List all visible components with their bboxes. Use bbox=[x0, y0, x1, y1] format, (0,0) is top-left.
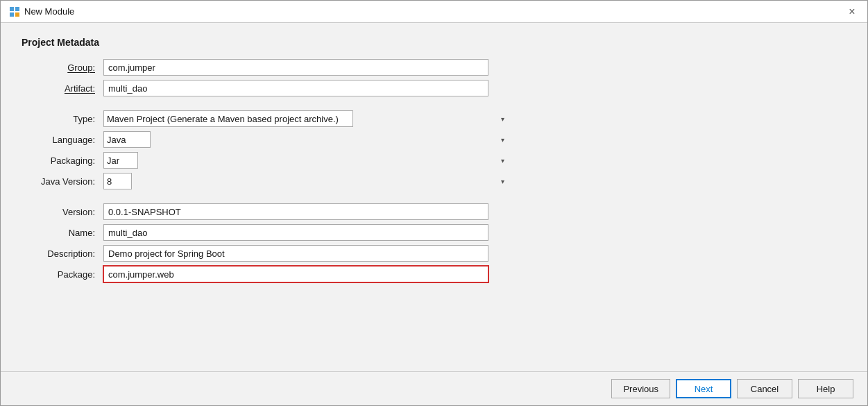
dialog-footer: Previous Next Cancel Help bbox=[1, 371, 867, 405]
help-button[interactable]: Help bbox=[798, 379, 853, 398]
spacer-2 bbox=[22, 194, 98, 199]
svg-rect-0 bbox=[10, 7, 14, 11]
title-bar-left: New Module bbox=[9, 6, 74, 17]
new-module-dialog: New Module × Project Metadata Group: Art… bbox=[0, 0, 868, 406]
type-select[interactable]: Maven Project (Generate a Maven based pr… bbox=[103, 110, 353, 127]
next-button[interactable]: Next bbox=[676, 379, 731, 398]
package-input[interactable] bbox=[103, 266, 488, 282]
svg-rect-1 bbox=[15, 7, 19, 11]
spacer-1 bbox=[22, 101, 98, 106]
svg-rect-3 bbox=[15, 12, 19, 17]
description-label: Description: bbox=[22, 248, 98, 259]
dialog-title: New Module bbox=[24, 6, 74, 17]
form-table: Group: Artifact: Type: Maven Project (Ge… bbox=[22, 59, 507, 282]
description-input[interactable] bbox=[103, 245, 488, 262]
language-select[interactable]: Java Kotlin Groovy bbox=[103, 131, 151, 148]
svg-rect-2 bbox=[10, 12, 14, 17]
module-icon bbox=[9, 6, 20, 17]
packaging-select-wrapper: Jar War bbox=[103, 152, 507, 169]
previous-button[interactable]: Previous bbox=[611, 379, 670, 398]
language-label: Language: bbox=[22, 135, 98, 145]
name-input[interactable] bbox=[103, 224, 488, 241]
package-label: Package: bbox=[22, 269, 98, 280]
spacer-1b bbox=[103, 101, 507, 106]
java-version-select-wrapper: 8 11 17 21 bbox=[103, 173, 507, 189]
language-select-wrapper: Java Kotlin Groovy bbox=[103, 131, 507, 148]
artifact-label: Artifact: bbox=[22, 83, 98, 94]
java-version-label: Java Version: bbox=[22, 176, 98, 187]
name-label: Name: bbox=[22, 228, 98, 238]
title-bar: New Module × bbox=[1, 1, 867, 23]
group-label: Group: bbox=[22, 62, 98, 73]
spacer-2b bbox=[103, 194, 507, 199]
section-title: Project Metadata bbox=[22, 37, 846, 48]
cancel-button[interactable]: Cancel bbox=[737, 379, 792, 398]
version-input[interactable] bbox=[103, 203, 488, 220]
group-input[interactable] bbox=[103, 59, 488, 76]
type-select-wrapper: Maven Project (Generate a Maven based pr… bbox=[103, 110, 507, 127]
close-button[interactable]: × bbox=[845, 5, 859, 19]
type-label: Type: bbox=[22, 114, 98, 124]
packaging-select[interactable]: Jar War bbox=[103, 152, 138, 169]
java-version-select[interactable]: 8 11 17 21 bbox=[103, 173, 132, 189]
artifact-input[interactable] bbox=[103, 80, 488, 96]
dialog-content: Project Metadata Group: Artifact: Type: bbox=[1, 23, 867, 371]
packaging-label: Packaging: bbox=[22, 155, 98, 166]
version-label: Version: bbox=[22, 207, 98, 217]
